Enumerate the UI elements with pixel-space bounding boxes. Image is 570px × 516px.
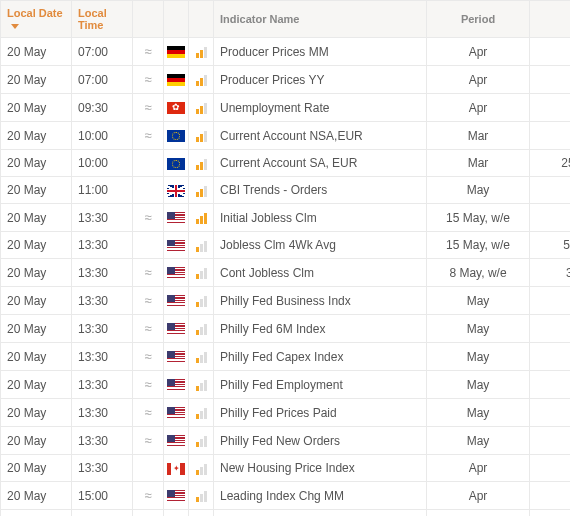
cell-prior-wrap: 50.2 [530, 287, 571, 315]
flag-us-icon [167, 490, 185, 502]
cell-name-wrap: Leading Index Chg MM [214, 482, 427, 510]
table-row[interactable]: 20 May13:30Jobless Clm 4Wk Avg15 May, w/… [1, 232, 571, 259]
cell-time: 10:00 [78, 156, 108, 170]
cell-time-wrap: 10:00 [72, 150, 133, 177]
cell-date: 20 May [7, 406, 46, 420]
cell-prior-wrap: 3.9% [530, 510, 571, 517]
table-row[interactable]: 20 May13:30≈Initial Jobless Clm15 May, w… [1, 204, 571, 232]
cell-period-wrap: Mar [427, 150, 530, 177]
table-row[interactable]: 20 May07:00≈Producer Prices MMApr0.9% [1, 38, 571, 66]
table-row[interactable]: 20 May13:30≈Cont Jobless Clm8 May, w/e3.… [1, 259, 571, 287]
col-header-impact[interactable] [189, 1, 214, 38]
col-header-prior[interactable]: Prior [530, 1, 571, 38]
flag-eu-icon [167, 158, 185, 170]
cell-impact [189, 66, 214, 94]
impact-bars-icon [196, 185, 207, 197]
flag-uk-icon [167, 185, 185, 197]
cell-period-wrap: May [427, 287, 530, 315]
cell-time-wrap: 13:30 [72, 315, 133, 343]
cell-period-wrap: Apr [427, 66, 530, 94]
table-row[interactable]: 20 May13:30≈Philly Fed Prices PaidMay69.… [1, 399, 571, 427]
impact-bars-icon [196, 295, 207, 307]
recurring-icon: ≈ [144, 405, 151, 420]
cell-date-wrap: 20 May [1, 371, 72, 399]
cell-time: 13:30 [78, 266, 108, 280]
recurring-icon: ≈ [144, 349, 151, 364]
col-header-recurring[interactable] [133, 1, 164, 38]
cell-period: 15 May, w/e [446, 211, 510, 225]
cell-flag [164, 259, 189, 287]
impact-bars-icon [196, 490, 207, 502]
cell-time: 13:30 [78, 461, 108, 475]
cell-name-wrap: New Housing Price Index [214, 455, 427, 482]
cell-flag [164, 343, 189, 371]
cell-date-wrap: 20 May [1, 455, 72, 482]
table-row[interactable]: 20 May11:00CBI Trends - OrdersMay-8 [1, 177, 571, 204]
cell-prior-wrap: 0.9% [530, 38, 571, 66]
impact-bars-icon [196, 240, 207, 252]
cell-date: 20 May [7, 238, 46, 252]
col-header-time[interactable]: Local Time [72, 1, 133, 38]
cell-impact [189, 399, 214, 427]
cell-prior-wrap: 36.00 [530, 427, 571, 455]
impact-bars-icon [196, 130, 207, 142]
table-row[interactable]: 20 May13:30≈Philly Fed Capex IndexMay36.… [1, 343, 571, 371]
flag-us-icon [167, 435, 185, 447]
cell-indicator-name: Initial Jobless Clm [220, 211, 317, 225]
table-row[interactable]: 20 May13:30≈Philly Fed 6M IndexMay66.60 [1, 315, 571, 343]
col-header-date[interactable]: Local Date [1, 1, 72, 38]
table-row[interactable]: 20 May22:00PPI Growth YYApr3.9% [1, 510, 571, 517]
col-header-time-label: Local Time [78, 7, 107, 31]
cell-time-wrap: 13:30 [72, 259, 133, 287]
cell-date: 20 May [7, 266, 46, 280]
cell-recurring: ≈ [133, 482, 164, 510]
recurring-icon: ≈ [144, 293, 151, 308]
cell-name-wrap: CBI Trends - Orders [214, 177, 427, 204]
col-header-flag[interactable] [164, 1, 189, 38]
table-row[interactable]: 20 May10:00≈Current Account NSA,EURMar13… [1, 122, 571, 150]
cell-name-wrap: Producer Prices MM [214, 38, 427, 66]
table-row[interactable]: 20 May13:30≈Philly Fed New OrdersMay36.0… [1, 427, 571, 455]
cell-indicator-name: Producer Prices YY [220, 73, 325, 87]
cell-recurring: ≈ [133, 38, 164, 66]
col-header-period[interactable]: Period [427, 1, 530, 38]
table-row[interactable]: 20 May10:00Current Account SA, EURMar25.… [1, 150, 571, 177]
cell-impact [189, 122, 214, 150]
cell-period-wrap: 15 May, w/e [427, 204, 530, 232]
col-header-indicator[interactable]: Indicator Name [214, 1, 427, 38]
cell-prior-wrap: 473k [530, 204, 571, 232]
cell-period: Apr [469, 45, 488, 59]
cell-period: May [467, 294, 490, 308]
cell-recurring: ≈ [133, 259, 164, 287]
table-row[interactable]: 20 May15:00≈Leading Index Chg MMApr1.3% [1, 482, 571, 510]
cell-flag [164, 150, 189, 177]
table-row[interactable]: 20 May13:30≈Philly Fed EmploymentMay30.8… [1, 371, 571, 399]
cell-period-wrap: May [427, 177, 530, 204]
table-row[interactable]: 20 May13:30New Housing Price IndexApr1.1… [1, 455, 571, 482]
cell-time: 13:30 [78, 294, 108, 308]
cell-date: 20 May [7, 350, 46, 364]
impact-bars-icon [196, 407, 207, 419]
cell-date-wrap: 20 May [1, 232, 72, 259]
impact-bars-icon [196, 46, 207, 58]
cell-recurring [133, 150, 164, 177]
cell-period-wrap: Apr [427, 482, 530, 510]
cell-recurring: ≈ [133, 204, 164, 232]
cell-period-wrap: Apr [427, 38, 530, 66]
cell-recurring [133, 232, 164, 259]
economic-calendar-table: Local Date Local Time Indicator Name Per… [0, 0, 570, 516]
cell-impact [189, 287, 214, 315]
flag-de-icon [167, 74, 185, 86]
cell-name-wrap: Philly Fed Business Indx [214, 287, 427, 315]
cell-flag [164, 232, 189, 259]
cell-impact [189, 38, 214, 66]
cell-period-wrap: May [427, 399, 530, 427]
cell-time-wrap: 13:30 [72, 399, 133, 427]
cell-prior: 3.655M [566, 266, 570, 280]
table-row[interactable]: 20 May09:30≈Unemployment RateApr6.8% [1, 94, 571, 122]
table-row[interactable]: 20 May13:30≈Philly Fed Business IndxMay5… [1, 287, 571, 315]
cell-name-wrap: Cont Jobless Clm [214, 259, 427, 287]
flag-us-icon [167, 212, 185, 224]
table-row[interactable]: 20 May07:00≈Producer Prices YYApr3.7% [1, 66, 571, 94]
recurring-icon: ≈ [144, 128, 151, 143]
